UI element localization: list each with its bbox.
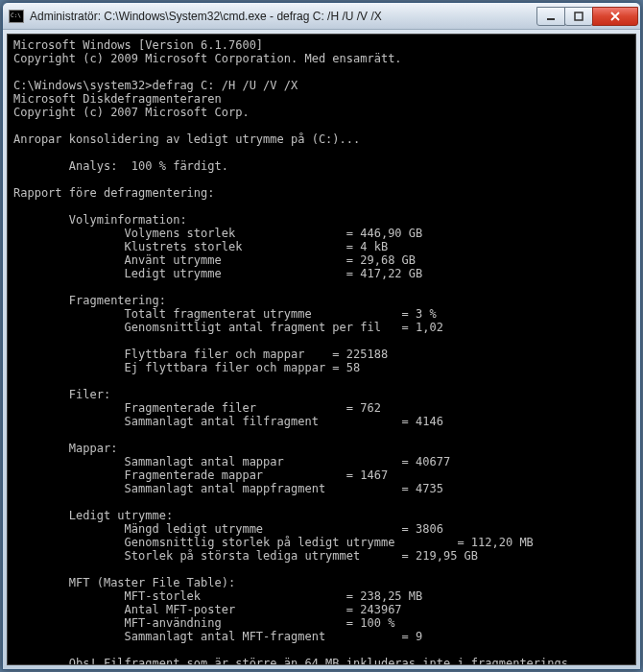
- line: Sammanlagt antal filfragment = 4146: [13, 415, 443, 428]
- line: Ledigt utrymme:: [13, 509, 173, 522]
- line: Flyttbara filer och mappar = 225188: [13, 348, 388, 361]
- line: Ledigt utrymme = 417,22 GB: [13, 267, 422, 280]
- maximize-icon: [574, 12, 583, 21]
- line: Genomsnittlig storlek på ledigt utrymme …: [13, 536, 534, 549]
- line: Copyright (c) 2007 Microsoft Corp.: [13, 106, 250, 119]
- minimize-icon: [546, 12, 556, 21]
- line: Microsoft Windows [Version 6.1.7600]: [13, 38, 263, 52]
- line: MFT-användning = 100 %: [13, 616, 394, 630]
- line: Fragmentering:: [13, 294, 166, 307]
- line: Klustrets storlek = 4 kB: [13, 240, 388, 253]
- line: Mappar:: [13, 442, 117, 455]
- line: Antal MFT-poster = 243967: [13, 603, 402, 616]
- cmd-icon: [9, 10, 24, 23]
- line: Sammanlagt antal mappfragment = 4735: [13, 482, 443, 495]
- line: Anropar konsolidering av ledigt utrymme …: [13, 132, 360, 146]
- line: Mängd ledigt utrymme = 3806: [13, 522, 443, 536]
- line: MFT-storlek = 238,25 MB: [13, 589, 422, 603]
- line: Microsoft Diskdefragmenteraren: [13, 92, 222, 106]
- svg-rect-1: [575, 12, 583, 20]
- line: Använt utrymme = 29,68 GB: [13, 253, 416, 267]
- line: Obs! Filfragment som är större än 64 MB …: [13, 657, 568, 665]
- minimize-button[interactable]: [536, 7, 565, 26]
- titlebar[interactable]: Administratör: C:\Windows\System32\cmd.e…: [3, 3, 640, 30]
- line: Totalt fragmenterat utrymme = 3 %: [13, 307, 437, 321]
- line: Sammanlagt antal MFT-fragment = 9: [13, 630, 422, 643]
- terminal-output: Microsoft Windows [Version 6.1.7600] Cop…: [7, 34, 636, 665]
- cmd-window: Administratör: C:\Windows\System32\cmd.e…: [2, 2, 641, 670]
- line: Volymens storlek = 446,90 GB: [13, 227, 422, 240]
- line: Fragmenterade filer = 762: [13, 401, 381, 415]
- line: MFT (Master File Table):: [13, 576, 235, 589]
- line: Filer:: [13, 388, 110, 401]
- line: Rapport före defragmentering:: [13, 186, 215, 200]
- line: Sammanlagt antal mappar = 40677: [13, 455, 450, 468]
- line: Genomsnittligt antal fragment per fil = …: [13, 321, 443, 334]
- line: Copyright (c) 2009 Microsoft Corporation…: [13, 52, 402, 65]
- window-buttons: [537, 7, 638, 26]
- line: Storlek på största lediga utrymmet = 219…: [13, 549, 478, 563]
- window-title: Administratör: C:\Windows\System32\cmd.e…: [30, 10, 537, 23]
- close-icon: [609, 12, 621, 21]
- svg-rect-0: [547, 18, 555, 20]
- prompt-line: C:\Windows\system32>defrag C: /H /U /V /…: [13, 79, 298, 92]
- line: Ej flyttbara filer och mappar = 58: [13, 361, 360, 374]
- maximize-button[interactable]: [564, 7, 593, 26]
- line: Fragmenterade mappar = 1467: [13, 468, 388, 482]
- line: Volyminformation:: [13, 213, 187, 227]
- line: Analys: 100 % färdigt.: [13, 159, 228, 173]
- close-button[interactable]: [592, 7, 638, 26]
